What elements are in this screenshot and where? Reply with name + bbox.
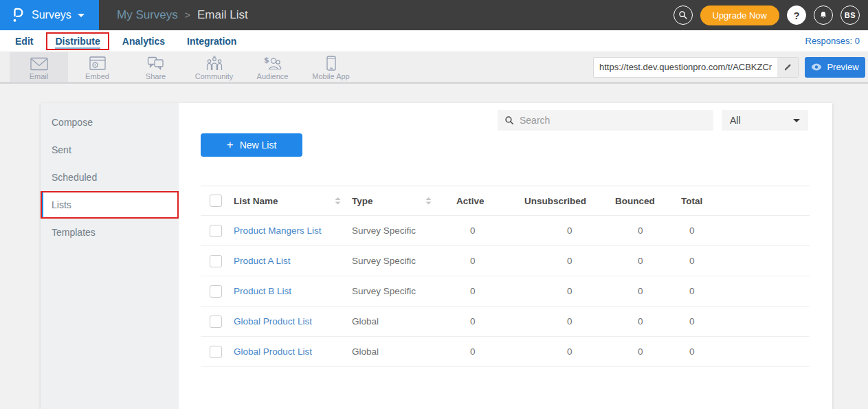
tab-edit[interactable]: Edit	[8, 34, 41, 49]
sort-icon[interactable]	[335, 197, 341, 205]
sidebar-item-scheduled[interactable]: Scheduled	[41, 164, 179, 191]
tab-integration[interactable]: Integration	[179, 34, 244, 49]
filter-selected-value: All	[730, 115, 741, 126]
channel-email[interactable]: Email	[10, 52, 68, 82]
list-name-cell: Global Product List	[234, 346, 352, 357]
list-type-cell: Survey Specific	[352, 225, 456, 236]
table-row: Global Product ListGlobal0000	[201, 307, 810, 337]
lists-main: All + New List List NameTypeActiveUnsubs…	[179, 103, 832, 409]
column-header-list-name[interactable]: List Name	[234, 196, 352, 206]
row-checkbox[interactable]	[210, 255, 222, 267]
bounced-count: 0	[615, 286, 681, 296]
tab-distribute[interactable]: Distribute	[47, 34, 107, 49]
total-count: 0	[681, 225, 810, 236]
new-list-label: New List	[240, 140, 277, 151]
edit-url-button[interactable]	[777, 58, 798, 77]
email-sidebar: ComposeSentScheduledListsTemplates	[41, 103, 179, 409]
table-header-row: List NameTypeActiveUnsubscribedBouncedTo…	[201, 186, 810, 216]
breadcrumb-current: Email List	[197, 8, 248, 22]
channel-mobile-app[interactable]: Mobile App	[302, 52, 360, 82]
top-header: Surveys My Surveys > Email List Upgrade …	[0, 0, 868, 30]
sort-icon[interactable]	[425, 197, 432, 205]
active-count: 0	[456, 256, 524, 266]
sidebar-item-lists[interactable]: Lists	[41, 191, 179, 219]
community-icon	[205, 56, 223, 71]
column-label: List Name	[234, 196, 278, 206]
sidebar-item-label: Sent	[52, 144, 71, 155]
questionpro-logo-icon	[11, 6, 25, 24]
sidebar-item-templates[interactable]: Templates	[41, 219, 179, 246]
list-name-link[interactable]: Global Product List	[234, 316, 312, 327]
share-icon	[147, 56, 164, 71]
row-checkbox[interactable]	[210, 346, 222, 358]
tab-analytics[interactable]: Analytics	[115, 34, 173, 49]
row-checkbox[interactable]	[210, 316, 222, 328]
pencil-icon	[783, 63, 792, 71]
avatar-initials: BS	[845, 11, 856, 19]
unsubscribed-count: 0	[524, 256, 615, 266]
responses-count[interactable]: Responses: 0	[805, 36, 868, 46]
channel-audience[interactable]: $Audience	[243, 52, 302, 82]
list-type-cell: Survey Specific	[352, 286, 456, 296]
search-icon	[504, 115, 514, 125]
question-mark-icon: ?	[793, 10, 799, 21]
channel-community[interactable]: Community	[185, 52, 243, 82]
plus-icon: +	[227, 139, 234, 151]
tab-label: Edit	[15, 36, 33, 47]
column-label: Type	[352, 196, 373, 206]
product-switcher[interactable]: Surveys	[0, 0, 99, 30]
search-input[interactable]	[520, 115, 706, 126]
page-content: ComposeSentScheduledListsTemplates All +…	[0, 84, 868, 409]
list-name-cell: Global Product List	[234, 316, 352, 327]
select-all-checkbox[interactable]	[210, 195, 222, 207]
active-count: 0	[456, 286, 524, 296]
bounced-count: 0	[615, 316, 681, 327]
list-name-link[interactable]: Product A List	[234, 256, 291, 266]
list-name-link[interactable]: Product B List	[234, 286, 291, 296]
channel-embed[interactable]: Embed	[68, 52, 126, 82]
survey-url-box	[593, 57, 799, 78]
list-name-link[interactable]: Product Mangers List	[234, 225, 322, 236]
list-filter-dropdown[interactable]: All	[722, 110, 808, 131]
row-checkbox[interactable]	[210, 225, 222, 237]
active-count: 0	[456, 316, 524, 327]
channel-label: Email	[30, 72, 49, 80]
list-name-link[interactable]: Global Product List	[234, 346, 312, 357]
column-header-type[interactable]: Type	[352, 196, 456, 206]
column-label: Total	[681, 196, 702, 206]
row-checkbox-cell	[201, 285, 234, 298]
search-button[interactable]	[674, 5, 693, 25]
channel-share[interactable]: Share	[126, 52, 185, 82]
table-row: Global Product ListGlobal0000	[201, 337, 810, 367]
survey-url-input[interactable]	[594, 58, 777, 77]
user-avatar[interactable]: BS	[841, 5, 860, 25]
preview-button[interactable]: Preview	[805, 57, 865, 78]
breadcrumb-my-surveys[interactable]: My Surveys	[117, 8, 178, 22]
unsubscribed-count: 0	[524, 225, 615, 236]
table-row: Product B ListSurvey Specific0000	[201, 276, 810, 307]
embed-icon	[89, 56, 106, 71]
sidebar-item-label: Compose	[52, 117, 93, 128]
total-count: 0	[681, 346, 810, 357]
search-box	[498, 110, 713, 131]
column-header-bounced: Bounced	[615, 196, 681, 206]
survey-tab-bar: EditDistributeAnalyticsIntegration Respo…	[0, 30, 868, 52]
row-checkbox[interactable]	[210, 285, 222, 298]
search-icon	[678, 10, 688, 20]
active-count: 0	[456, 225, 524, 236]
new-list-button[interactable]: + New List	[201, 133, 302, 157]
channel-label: Mobile App	[312, 72, 349, 80]
sidebar-item-compose[interactable]: Compose	[41, 109, 179, 136]
row-checkbox-cell	[201, 316, 234, 328]
total-count: 0	[681, 256, 810, 266]
chevron-down-icon	[78, 14, 85, 17]
upgrade-now-button[interactable]: Upgrade Now	[700, 5, 780, 25]
help-button[interactable]: ?	[787, 5, 806, 25]
unsubscribed-count: 0	[524, 346, 615, 357]
sidebar-item-sent[interactable]: Sent	[41, 136, 179, 164]
row-checkbox-cell	[201, 346, 234, 358]
tab-label: Integration	[187, 36, 236, 47]
list-type-cell: Global	[352, 346, 456, 357]
notifications-button[interactable]	[814, 5, 833, 25]
tab-bar-items: EditDistributeAnalyticsIntegration	[4, 34, 247, 49]
